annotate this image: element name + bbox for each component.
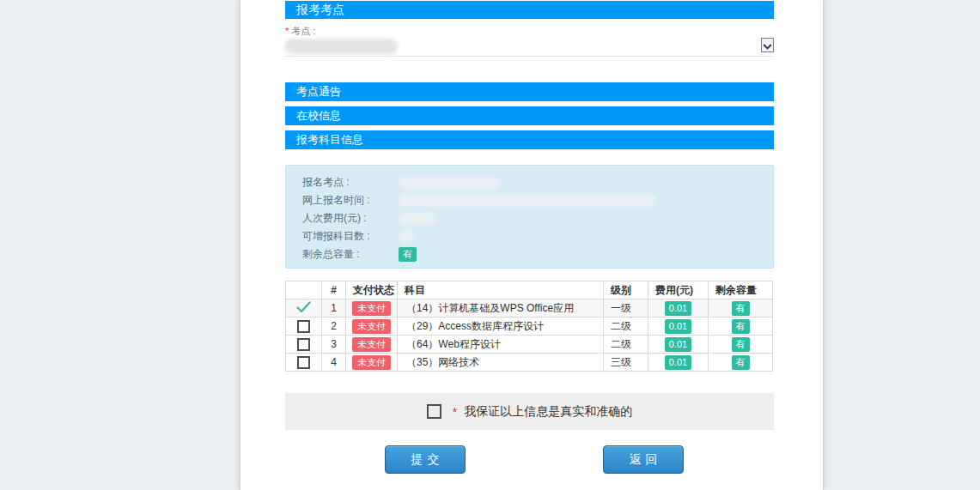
subject-name: （64）Web程序设计 bbox=[398, 336, 604, 354]
info-label-remaining-capacity: 剩余总容量 : bbox=[302, 247, 399, 262]
accordion-subject-info[interactable]: 报考科目信息 bbox=[285, 130, 774, 149]
info-row-fee-per-person: 人次费用(元) : bbox=[302, 209, 773, 227]
table-row-subject-3: 3 未支付 （64）Web程序设计 二级 0.01 有 bbox=[286, 336, 773, 354]
exam-site-selected-value-redacted bbox=[285, 39, 398, 54]
fee-badge: 0.01 bbox=[665, 355, 691, 370]
checkmark-icon[interactable] bbox=[296, 301, 311, 316]
subject-name: （29）Access数据库程序设计 bbox=[398, 318, 604, 336]
row-index: 3 bbox=[322, 336, 346, 354]
accordion-school-info[interactable]: 在校信息 bbox=[285, 106, 774, 125]
redacted-registration-time-value bbox=[399, 195, 656, 207]
info-row-remaining-capacity: 剩余总容量 : 有 bbox=[302, 245, 773, 263]
pay-status-badge: 未支付 bbox=[352, 337, 391, 352]
fee-badge: 0.01 bbox=[665, 319, 691, 334]
capacity-badge: 有 bbox=[732, 319, 750, 334]
required-asterisk: * bbox=[285, 26, 289, 36]
col-header-pay-status: 支付状态 bbox=[346, 281, 398, 299]
subject-name: （35）网络技术 bbox=[398, 354, 604, 372]
fee-badge: 0.01 bbox=[665, 301, 691, 316]
section-header-exam-site: 报考考点 bbox=[285, 1, 774, 19]
subjects-table-header-row: # 支付状态 科目 级别 费用(元) 剩余容量 bbox=[286, 281, 773, 299]
redacted-addable-subjects-value bbox=[399, 230, 414, 244]
subject-checkbox[interactable] bbox=[297, 338, 310, 351]
capacity-badge: 有 bbox=[732, 355, 750, 370]
col-header-select bbox=[286, 281, 322, 299]
info-row-addable-subjects: 可增报科目数 : bbox=[302, 227, 773, 245]
row-index: 1 bbox=[322, 299, 346, 318]
table-row-subject-4: 4 未支付 （35）网络技术 三级 0.01 有 bbox=[286, 354, 773, 372]
agreement-checkbox[interactable] bbox=[427, 404, 441, 419]
col-header-subject: 科目 bbox=[398, 281, 604, 299]
info-label-registration-time: 网上报名时间 : bbox=[302, 193, 399, 208]
exam-site-field-label-row: *考点 : bbox=[285, 25, 774, 36]
info-label-addable-subjects: 可增报科目数 : bbox=[302, 229, 399, 244]
exam-site-select[interactable] bbox=[285, 38, 774, 57]
back-button[interactable]: 返回 bbox=[603, 445, 684, 474]
pay-status-badge: 未支付 bbox=[352, 355, 391, 370]
col-header-level: 级别 bbox=[604, 281, 648, 299]
required-asterisk: * bbox=[453, 405, 457, 419]
subject-level: 二级 bbox=[604, 336, 648, 354]
agreement-bar: * 我保证以上信息是真实和准确的 bbox=[285, 393, 774, 430]
subject-level: 三级 bbox=[604, 354, 648, 372]
col-header-capacity: 剩余容量 bbox=[709, 281, 773, 299]
chevron-down-icon bbox=[763, 38, 772, 53]
fee-badge: 0.01 bbox=[665, 337, 691, 352]
subject-checkbox[interactable] bbox=[297, 320, 310, 333]
pay-status-badge: 未支付 bbox=[352, 301, 391, 316]
subject-checkbox[interactable] bbox=[297, 356, 310, 369]
exam-site-field-label: 考点 : bbox=[291, 26, 315, 36]
capacity-badge: 有 bbox=[732, 301, 750, 316]
site-info-panel: 报名考点 : 网上报名时间 : 人次费用(元) : 可增报科目数 : 剩余总容量… bbox=[285, 165, 774, 269]
info-row-site-name: 报名考点 : bbox=[302, 173, 773, 191]
redacted-fee-value bbox=[399, 213, 436, 225]
accordion-subject-info-label: 报考科目信息 bbox=[296, 133, 363, 146]
row-index: 2 bbox=[322, 318, 346, 336]
pay-status-badge: 未支付 bbox=[352, 319, 391, 334]
subject-level: 一级 bbox=[604, 299, 648, 318]
subject-level: 二级 bbox=[604, 318, 648, 336]
redacted-site-name-value bbox=[399, 177, 500, 189]
exam-site-select-dropdown-button[interactable] bbox=[761, 38, 774, 52]
remaining-capacity-badge: 有 bbox=[399, 247, 417, 262]
col-header-fee: 费用(元) bbox=[648, 281, 709, 299]
info-label-fee-per-person: 人次费用(元) : bbox=[302, 211, 399, 226]
table-row-subject-2: 2 未支付 （29）Access数据库程序设计 二级 0.01 有 bbox=[286, 318, 773, 336]
accordion-site-notice[interactable]: 考点通告 bbox=[285, 82, 774, 101]
subjects-table: # 支付状态 科目 级别 费用(元) 剩余容量 1 未支付 bbox=[285, 281, 773, 372]
info-label-site-name: 报名考点 : bbox=[302, 175, 399, 190]
table-row-subject-1: 1 未支付 （14）计算机基础及WPS Office应用 一级 0.01 有 bbox=[286, 299, 773, 318]
action-buttons-row: 提交 返回 bbox=[285, 445, 774, 474]
submit-button[interactable]: 提交 bbox=[385, 445, 466, 474]
accordion-site-notice-label: 考点通告 bbox=[296, 85, 341, 98]
row-index: 4 bbox=[322, 354, 346, 372]
agreement-text: 我保证以上信息是真实和准确的 bbox=[464, 404, 632, 420]
section-header-exam-site-label: 报考考点 bbox=[296, 3, 344, 16]
registration-panel: 报考考点 *考点 : 考点通告 在校信息 报考科目信息 bbox=[240, 0, 824, 490]
col-header-index: # bbox=[322, 281, 346, 299]
accordion-school-info-label: 在校信息 bbox=[296, 109, 341, 122]
subject-name: （14）计算机基础及WPS Office应用 bbox=[398, 299, 604, 318]
info-row-registration-time: 网上报名时间 : bbox=[302, 191, 773, 209]
capacity-badge: 有 bbox=[732, 337, 750, 352]
